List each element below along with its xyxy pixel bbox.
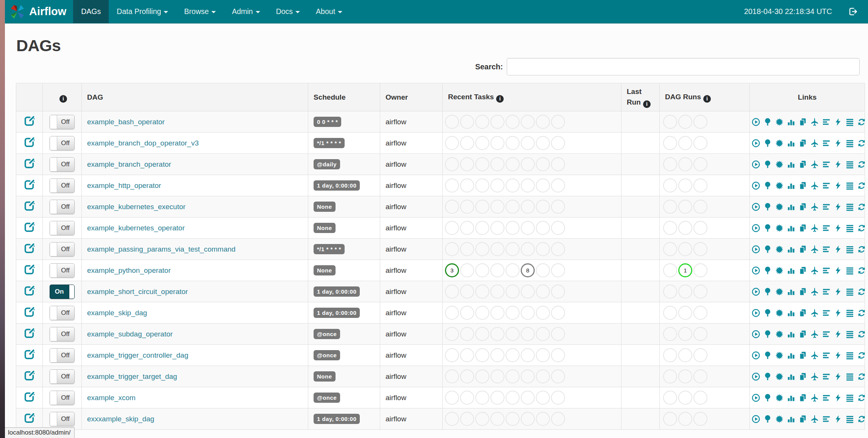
dag-run-circle[interactable] [678,369,692,383]
trigger-dag-link[interactable] [751,224,760,233]
dag-run-circle[interactable] [663,115,677,129]
recent-task-circle[interactable] [460,115,474,129]
dag-run-circle[interactable] [678,136,692,150]
graph-view-link[interactable] [775,139,784,148]
trigger-dag-link[interactable] [751,245,760,254]
dag-link[interactable]: example_passing_params_via_test_command [87,245,236,253]
nav-item-dags[interactable]: DAGs [73,0,109,23]
recent-task-circle[interactable] [521,285,535,299]
recent-task-circle[interactable] [475,306,489,320]
landing-times-link[interactable] [810,393,819,402]
trigger-dag-link[interactable] [751,393,760,402]
recent-task-circle[interactable] [490,178,504,192]
logs-link[interactable] [845,202,854,211]
landing-times-link[interactable] [810,415,819,424]
recent-task-circle[interactable] [551,263,565,277]
code-link[interactable] [834,266,843,275]
recent-task-circle[interactable] [445,306,459,320]
dag-info-edit-button[interactable] [24,306,35,318]
dag-link[interactable]: exxxample_skip_dag [87,415,154,423]
recent-task-circle[interactable] [445,369,459,383]
gantt-link[interactable] [822,330,831,339]
dag-run-circle[interactable] [663,306,677,320]
info-icon[interactable]: i [59,95,67,103]
graph-view-link[interactable] [775,351,784,360]
dag-info-edit-button[interactable] [24,242,35,254]
recent-task-circle[interactable] [506,391,520,405]
dag-run-circle[interactable] [663,348,677,362]
task-tries-link[interactable] [798,245,807,254]
info-icon[interactable]: i [703,95,711,103]
graph-view-link[interactable] [775,415,784,424]
refresh-link[interactable] [857,415,866,424]
trigger-dag-link[interactable] [751,181,760,190]
refresh-link[interactable] [857,351,866,360]
dag-run-circle[interactable] [693,391,707,405]
logs-link[interactable] [845,160,854,169]
logs-link[interactable] [845,415,854,424]
code-link[interactable] [834,245,843,254]
recent-task-circle[interactable] [475,178,489,192]
graph-view-link[interactable] [775,287,784,296]
refresh-link[interactable] [857,287,866,296]
dag-run-circle[interactable] [663,221,677,235]
recent-task-circle[interactable] [506,285,520,299]
schedule-badge[interactable]: @once [314,393,340,403]
recent-task-circle[interactable] [551,136,565,150]
recent-task-circle[interactable] [475,327,489,341]
dag-run-circle[interactable] [693,285,707,299]
recent-task-circle[interactable] [460,136,474,150]
dag-run-circle[interactable] [693,348,707,362]
recent-task-circle[interactable] [475,157,489,171]
graph-view-link[interactable] [775,330,784,339]
dag-link[interactable]: example_branch_dop_operator_v3 [87,139,199,147]
dag-info-edit-button[interactable] [24,391,35,402]
recent-task-circle[interactable] [460,221,474,235]
recent-task-circle[interactable] [551,306,565,320]
task-duration-link[interactable] [787,202,796,211]
recent-task-circle[interactable] [536,200,550,214]
dag-run-circle[interactable] [663,178,677,192]
trigger-dag-link[interactable] [751,117,760,127]
recent-task-circle[interactable] [490,115,504,129]
dag-run-circle[interactable] [678,285,692,299]
schedule-badge[interactable]: */1 * * * * [314,244,345,254]
trigger-dag-link[interactable] [751,372,760,381]
trigger-dag-link[interactable] [751,266,760,275]
tree-view-link[interactable] [763,181,772,190]
task-tries-link[interactable] [798,393,807,402]
recent-task-circle[interactable] [490,136,504,150]
recent-task-circle[interactable]: 8 [521,263,535,277]
code-link[interactable] [834,202,843,211]
dag-run-circle[interactable] [678,221,692,235]
dag-info-edit-button[interactable] [24,412,35,424]
recent-task-circle[interactable] [445,178,459,192]
dag-run-circle[interactable] [693,263,707,277]
logs-link[interactable] [845,351,854,360]
recent-task-circle[interactable] [551,369,565,383]
task-duration-link[interactable] [787,266,796,275]
dag-run-circle[interactable] [678,157,692,171]
landing-times-link[interactable] [810,160,819,169]
recent-task-circle[interactable] [536,263,550,277]
tree-view-link[interactable] [763,245,772,254]
dag-run-circle[interactable] [678,242,692,256]
recent-task-circle[interactable] [521,412,535,426]
schedule-badge[interactable]: @once [314,329,340,339]
recent-task-circle[interactable] [460,327,474,341]
dag-run-circle[interactable] [663,263,677,277]
recent-task-circle[interactable] [475,369,489,383]
dag-run-circle[interactable] [693,136,707,150]
recent-task-circle[interactable] [490,157,504,171]
logs-link[interactable] [845,181,854,190]
graph-view-link[interactable] [775,181,784,190]
recent-task-circle[interactable] [445,285,459,299]
task-duration-link[interactable] [787,160,796,169]
recent-task-circle[interactable] [506,412,520,426]
logs-link[interactable] [845,266,854,275]
landing-times-link[interactable] [810,266,819,275]
task-duration-link[interactable] [787,330,796,339]
logs-link[interactable] [845,330,854,339]
logs-link[interactable] [845,139,854,148]
dag-link[interactable]: example_trigger_target_dag [87,372,177,380]
